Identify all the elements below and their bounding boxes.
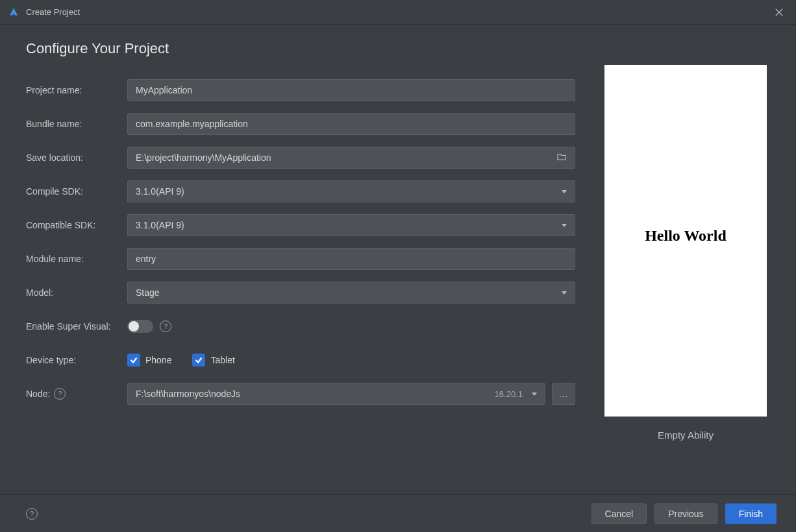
super-visual-toggle[interactable] [127,320,153,333]
row-save-location: Save location: [26,147,575,169]
label-node-text: Node: [26,389,50,399]
chevron-down-icon [562,291,567,295]
help-icon[interactable]: ? [54,388,66,400]
row-compatible-sdk: Compatible SDK: 3.1.0(API 9) [26,214,575,236]
checkbox-phone[interactable] [127,354,140,367]
chevron-down-icon [562,190,567,193]
preview-column: Hello World Empty Ability [601,40,770,488]
content-area: Configure Your Project Project name: Bun… [0,25,796,494]
compile-sdk-select[interactable]: 3.1.0(API 9) [127,180,575,202]
form-column: Configure Your Project Project name: Bun… [26,40,575,488]
titlebar: Create Project [0,0,796,25]
row-node: Node: ? F:\soft\harmonyos\nodeJs 16.20.1… [26,383,575,405]
label-model: Model: [26,287,127,298]
device-tablet-label: Tablet [210,355,234,365]
label-compatible-sdk: Compatible SDK: [26,220,127,230]
checkbox-tablet[interactable] [192,354,205,367]
device-phone-option: Phone [127,354,171,367]
page-title: Configure Your Project [26,40,575,57]
help-icon[interactable]: ? [26,508,38,520]
model-select[interactable]: Stage [127,282,575,304]
close-icon[interactable] [770,3,788,21]
device-tablet-option: Tablet [192,354,234,367]
row-compile-sdk: Compile SDK: 3.1.0(API 9) [26,180,575,202]
label-module-name: Module name: [26,254,127,264]
model-value: Stage [136,287,160,298]
label-save-location: Save location: [26,152,127,163]
chevron-down-icon [562,224,567,227]
phone-preview: Hello World [604,65,767,417]
bundle-name-input[interactable] [127,113,575,135]
browse-button[interactable]: ... [552,383,575,405]
node-version-text: 16.20.1 [495,389,523,399]
save-location-input[interactable] [127,147,575,169]
label-super-visual: Enable Super Visual: [26,321,127,332]
preview-text: Hello World [645,227,727,245]
footer: ? Cancel Previous Finish [0,494,796,532]
label-device-type: Device type: [26,355,127,365]
finish-button[interactable]: Finish [725,503,777,524]
row-module-name: Module name: [26,248,575,270]
preview-caption: Empty Ability [658,429,714,441]
help-icon[interactable]: ? [160,320,171,332]
label-node: Node: ? [26,388,127,400]
project-name-input[interactable] [127,79,575,101]
row-super-visual: Enable Super Visual: ? [26,315,575,337]
module-name-input[interactable] [127,248,575,270]
window-title: Create Project [26,7,80,17]
row-device-type: Device type: Phone Tablet [26,349,575,371]
label-bundle-name: Bundle name: [26,119,127,129]
device-phone-label: Phone [145,355,171,365]
row-project-name: Project name: [26,79,575,101]
compile-sdk-value: 3.1.0(API 9) [136,186,184,197]
chevron-down-icon [532,393,537,396]
row-model: Model: Stage [26,282,575,304]
compatible-sdk-value: 3.1.0(API 9) [136,220,184,230]
previous-button[interactable]: Previous [654,503,717,524]
folder-icon[interactable] [556,152,567,163]
node-path-select[interactable]: F:\soft\harmonyos\nodeJs 16.20.1 [127,383,545,405]
app-logo-icon [8,6,19,18]
compatible-sdk-select[interactable]: 3.1.0(API 9) [127,214,575,236]
label-compile-sdk: Compile SDK: [26,186,127,197]
cancel-button[interactable]: Cancel [591,503,647,524]
node-path-value: F:\soft\harmonyos\nodeJs [136,389,240,399]
toggle-knob [129,321,139,332]
label-project-name: Project name: [26,85,127,95]
row-bundle-name: Bundle name: [26,113,575,135]
